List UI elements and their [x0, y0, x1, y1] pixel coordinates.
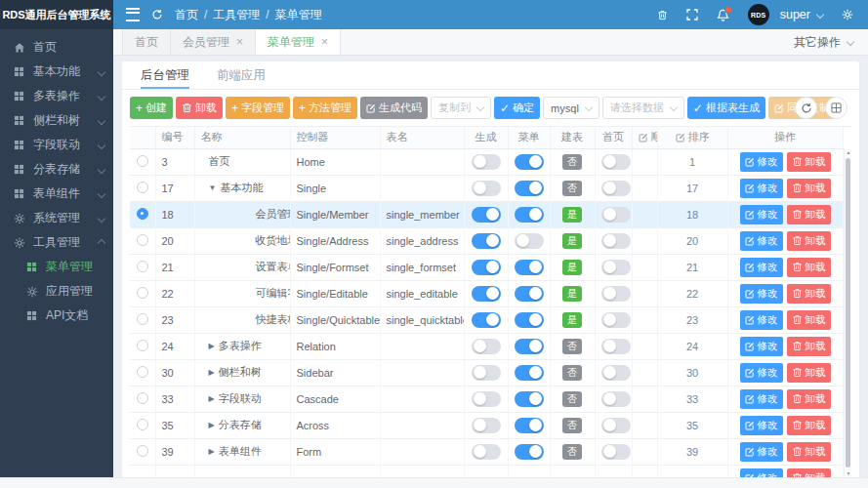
caret-down-icon[interactable]: ▼: [209, 184, 217, 192]
menu-toggle[interactable]: [515, 339, 544, 354]
row-uninstall-button[interactable]: 卸载: [787, 363, 831, 383]
home-toggle[interactable]: [601, 207, 631, 223]
tab-frontend[interactable]: 前端应用: [217, 61, 266, 89]
generate-code-button[interactable]: 生成代码: [360, 97, 428, 119]
home-toggle[interactable]: [601, 339, 631, 354]
row-uninstall-button[interactable]: 卸载: [787, 179, 831, 198]
menu-toggle[interactable]: [515, 286, 544, 302]
row-radio[interactable]: [137, 287, 148, 299]
field-manage-button[interactable]: + 字段管理: [226, 97, 290, 119]
vertical-scrollbar[interactable]: ▲ ▼: [844, 148, 851, 478]
horizontal-scrollbar-track[interactable]: [0, 477, 868, 488]
caret-right-icon[interactable]: ▶: [209, 343, 215, 350]
row-radio[interactable]: [137, 419, 148, 430]
sidebar-item-app-manage[interactable]: 应用管理: [0, 279, 113, 304]
menu-toggle[interactable]: [515, 312, 544, 328]
row-uninstall-button[interactable]: 卸载: [787, 337, 831, 356]
row-uninstall-button[interactable]: 卸载: [787, 231, 831, 251]
row-uninstall-button[interactable]: 卸载: [787, 442, 831, 462]
row-radio[interactable]: [137, 445, 148, 457]
generate-toggle[interactable]: [472, 391, 501, 407]
database-select[interactable]: mysql: [543, 97, 599, 119]
menu-toggle[interactable]: [515, 444, 544, 460]
home-toggle[interactable]: [601, 312, 631, 328]
row-edit-button[interactable]: 修改: [740, 152, 783, 172]
sidebar-item-menu-manage[interactable]: 菜单管理: [0, 255, 113, 279]
home-toggle[interactable]: [601, 181, 631, 196]
generate-toggle[interactable]: [472, 418, 501, 433]
view-tab-2[interactable]: 菜单管理×: [256, 29, 341, 55]
row-radio[interactable]: [137, 182, 148, 193]
home-toggle[interactable]: [601, 286, 631, 302]
create-button[interactable]: + 创建: [130, 97, 173, 119]
scroll-up-arrow-icon[interactable]: ▲: [845, 148, 851, 157]
generate-toggle[interactable]: [472, 365, 501, 381]
tab-backend[interactable]: 后台管理: [141, 61, 189, 89]
row-edit-button[interactable]: 修改: [740, 310, 783, 330]
row-edit-button[interactable]: 修改: [740, 205, 783, 224]
row-uninstall-button[interactable]: 卸载: [787, 258, 831, 277]
row-uninstall-button[interactable]: 卸载: [787, 152, 831, 172]
table-select[interactable]: 请选择数据: [602, 97, 684, 119]
close-tab-icon[interactable]: ×: [321, 36, 328, 48]
generate-toggle[interactable]: [472, 207, 501, 223]
sidebar-item-multi-table[interactable]: 多表操作: [0, 84, 113, 108]
row-radio[interactable]: [137, 340, 148, 351]
row-radio[interactable]: [137, 313, 148, 325]
sidebar-item-tool-manage[interactable]: 工具管理: [0, 230, 113, 255]
view-tab-0[interactable]: 首页: [122, 29, 171, 55]
close-tab-icon[interactable]: ×: [236, 36, 243, 48]
generate-toggle[interactable]: [472, 339, 501, 354]
more-actions-dropdown[interactable]: 其它操作: [794, 29, 868, 55]
caret-right-icon[interactable]: ▶: [209, 448, 215, 456]
row-radio[interactable]: [137, 155, 148, 167]
home-toggle[interactable]: [601, 233, 631, 249]
generate-toggle[interactable]: [472, 181, 501, 196]
generate-by-table-button[interactable]: ✓ 根据表生成: [687, 97, 765, 119]
menu-toggle[interactable]: [515, 207, 544, 223]
row-uninstall-button[interactable]: 卸载: [787, 389, 831, 409]
row-edit-button[interactable]: 修改: [740, 337, 783, 356]
scrollbar-thumb[interactable]: [846, 158, 850, 468]
row-uninstall-button[interactable]: 卸载: [787, 284, 831, 304]
notifications-button[interactable]: [717, 9, 729, 21]
menu-toggle[interactable]: [515, 233, 544, 249]
menu-toggle[interactable]: [515, 154, 544, 170]
row-uninstall-button[interactable]: 卸载: [787, 205, 831, 224]
row-radio[interactable]: [137, 366, 148, 378]
sidebar-item-form-widgets[interactable]: 表单组件: [0, 182, 113, 206]
menu-toggle[interactable]: [515, 260, 544, 275]
home-toggle[interactable]: [601, 365, 631, 381]
menu-toggle[interactable]: [515, 391, 544, 407]
caret-right-icon[interactable]: ▶: [209, 395, 215, 403]
sidebar-item-basic-functions[interactable]: 基本功能: [0, 60, 113, 84]
row-edit-button[interactable]: 修改: [740, 416, 783, 435]
sidebar-item-api-docs[interactable]: API文档: [0, 304, 113, 328]
sidebar-item-sidebar-tree[interactable]: 侧栏和树: [0, 108, 113, 133]
settings-gear-icon[interactable]: [842, 9, 853, 20]
row-uninstall-button[interactable]: 卸载: [787, 416, 831, 435]
home-toggle[interactable]: [601, 260, 631, 275]
user-menu[interactable]: super: [780, 8, 823, 21]
row-edit-button[interactable]: 修改: [740, 284, 783, 304]
breadcrumb-item[interactable]: 菜单管理: [275, 7, 322, 23]
generate-toggle[interactable]: [472, 444, 501, 460]
row-radio[interactable]: [137, 261, 148, 272]
row-edit-button[interactable]: 修改: [740, 179, 783, 198]
caret-right-icon[interactable]: ▶: [209, 369, 215, 377]
generate-toggle[interactable]: [472, 260, 501, 275]
confirm-button[interactable]: ✓ 确定: [494, 97, 540, 119]
generate-toggle[interactable]: [472, 154, 501, 170]
row-edit-button[interactable]: 修改: [740, 231, 783, 251]
row-uninstall-button[interactable]: 卸载: [787, 310, 831, 330]
copy-to-select[interactable]: 复制到: [431, 97, 491, 119]
row-radio[interactable]: [137, 392, 148, 404]
menu-toggle[interactable]: [515, 365, 544, 381]
home-toggle[interactable]: [601, 444, 631, 460]
sidebar-item-home[interactable]: 首页: [0, 35, 113, 60]
hamburger-menu-icon[interactable]: [126, 8, 140, 21]
row-edit-button[interactable]: 修改: [740, 389, 783, 409]
trash-icon[interactable]: [657, 10, 668, 20]
uninstall-button[interactable]: 卸载: [176, 97, 223, 119]
breadcrumb-item[interactable]: 工具管理: [213, 7, 274, 23]
